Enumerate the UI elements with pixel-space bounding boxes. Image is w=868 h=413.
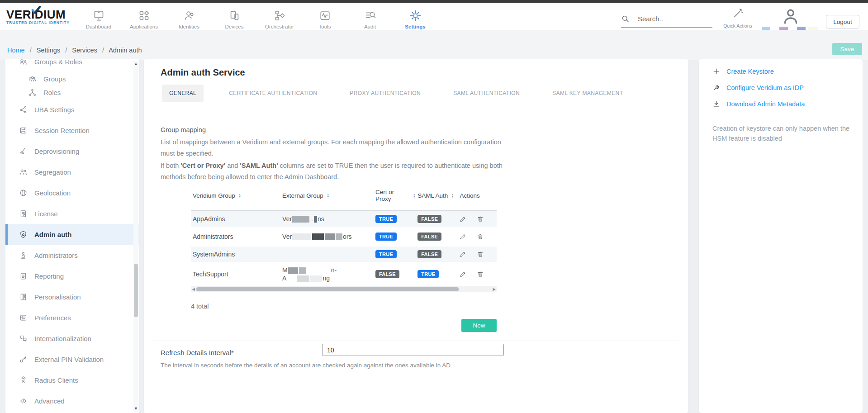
delete-icon[interactable] [477, 251, 484, 258]
breadcrumb-item[interactable]: Settings [37, 47, 60, 54]
tab-saml-key-management[interactable]: SAML KEY MANAGEMENT [545, 85, 630, 102]
settings-gear-icon [409, 9, 422, 22]
nav-label: Devices [225, 24, 244, 29]
nav-label: Identities [179, 24, 199, 29]
sidebar-item-label: Administrators [34, 252, 78, 259]
redaction-block [288, 267, 298, 274]
audit-icon [364, 9, 376, 22]
sort-icon[interactable]: ▲▼ [238, 193, 241, 198]
new-mapping-button[interactable]: New [461, 319, 497, 332]
nav-item-orchestrator[interactable]: Orchestrator [257, 5, 302, 33]
save-button[interactable]: Save [832, 43, 862, 55]
sliders-icon [19, 313, 28, 322]
cert-or-proxy-badge: TRUE [375, 215, 397, 223]
sidebar-item-label: Groups & Roles [34, 59, 82, 66]
edit-icon[interactable] [460, 271, 467, 278]
sidebar-item-deprovisioning[interactable]: Deprovisioning [5, 141, 139, 161]
configure-veridium-idp-link[interactable]: Configure Veridium as IDP [712, 84, 804, 91]
keystore-note: Creation of keystore can only happen whe… [712, 123, 854, 143]
delete-icon[interactable] [477, 271, 484, 278]
logout-button[interactable]: Logout [826, 15, 859, 28]
sidebar-item-uba-settings[interactable]: UBA Settings [5, 99, 139, 120]
nav-item-devices[interactable]: Devices [212, 5, 257, 33]
sidebar-item-session-retention[interactable]: Session Retention [5, 120, 139, 141]
edit-icon[interactable] [460, 251, 467, 258]
breadcrumb: Home / Settings / Services / Admin auth [7, 47, 142, 54]
user-avatar-icon[interactable] [782, 7, 800, 25]
sidebar-item-groups[interactable]: Groups [5, 72, 139, 85]
quick-actions[interactable]: Quick Actions [723, 8, 753, 28]
code-icon [19, 397, 28, 405]
sidebar-item-advanced[interactable]: Advanced [5, 390, 139, 411]
tab-bar: GENERAL CERTIFICATE AUTHENTICATION PROXY… [162, 85, 648, 102]
nav-item-identities[interactable]: Identities [166, 5, 212, 33]
nav-label: Dashboard [86, 24, 111, 29]
sidebar-item-label: Segregation [34, 168, 71, 176]
refresh-interval-label: Refresh Details Interval* [161, 349, 234, 356]
sidebar-item-license[interactable]: License [5, 203, 139, 224]
table-header: Veridium Group▲▼ External Group▲▼ Cert o… [191, 186, 497, 204]
applications-icon [138, 9, 150, 22]
scroll-down-arrow[interactable]: ▼ [133, 406, 138, 411]
section-divider [153, 341, 679, 341]
network-icon [19, 105, 28, 114]
redaction-block [336, 233, 342, 240]
redaction-block [325, 233, 335, 240]
tab-proxy-authentication[interactable]: PROXY AUTHENTICATION [342, 85, 428, 102]
sidebar-item-external-pin-validation[interactable]: External PIN Validation [5, 349, 139, 370]
group-icon [28, 75, 37, 83]
nav-item-dashboard[interactable]: Dashboard [76, 5, 121, 33]
sidebar-item-personalisation[interactable]: Personalisation [5, 286, 139, 307]
magic-wand-icon [732, 8, 744, 19]
delete-icon[interactable] [477, 233, 484, 240]
people-icon [19, 59, 28, 66]
sidebar-item-reporting[interactable]: Reporting [5, 266, 139, 286]
breadcrumb-item[interactable]: Services [72, 47, 97, 54]
veridium-group-cell: Administrators [191, 233, 280, 240]
book-pen-icon [19, 293, 28, 301]
nav-item-tools[interactable]: Tools [302, 5, 347, 33]
sidebar-list: Groups & Roles Groups Roles UBA Settings… [5, 59, 139, 411]
nav-item-applications[interactable]: Applications [121, 5, 166, 33]
scroll-left-arrow[interactable]: ◀ [191, 287, 196, 291]
create-keystore-link[interactable]: Create Keystore [712, 67, 774, 75]
delete-icon[interactable] [477, 215, 484, 223]
nav-item-audit[interactable]: Audit [347, 5, 393, 33]
nav-item-settings[interactable]: Settings [393, 5, 438, 33]
radius-client-icon [19, 376, 28, 385]
scroll-right-arrow[interactable]: ▶ [492, 287, 497, 291]
sidebar-item-radius-clients[interactable]: Radius Clients [5, 370, 139, 390]
refresh-interval-input[interactable] [322, 344, 504, 356]
link-label: Download Admin Metadata [726, 100, 805, 108]
sidebar-item-geolocation[interactable]: Geolocation [5, 182, 139, 203]
external-group-cell-redacted: Ver..ns [280, 215, 374, 223]
two-people-icon [19, 168, 28, 176]
sidebar-item-segregation[interactable]: Segregation [5, 161, 139, 182]
scrollbar-thumb[interactable] [134, 264, 138, 317]
sort-icon[interactable]: ▲▼ [327, 193, 329, 198]
sidebar-item-label: Deprovisioning [34, 147, 79, 155]
download-admin-metadata-link[interactable]: Download Admin Metadata [712, 100, 805, 108]
breadcrumb-home-link[interactable]: Home [7, 47, 25, 54]
tab-saml-authentication[interactable]: SAML AUTHENTICATION [446, 85, 527, 102]
edit-icon[interactable] [460, 215, 467, 223]
sidebar-item-roles[interactable]: Roles [5, 85, 139, 99]
sort-icon[interactable]: ▲▼ [451, 193, 454, 198]
veridium-logo: VERIDIUM TRUSTED DIGITAL IDENTITY [6, 9, 83, 25]
tab-certificate-authentication[interactable]: CERTIFICATE AUTHENTICATION [222, 85, 324, 102]
sidebar-item-preferences[interactable]: Preferences [5, 307, 139, 328]
sidebar-item-admin-auth[interactable]: Admin auth [5, 224, 139, 245]
table-row: Administrators Verors TRUE FALSE [191, 229, 497, 244]
sidebar-item-label: Admin auth [34, 231, 72, 238]
sidebar-item-internationalization[interactable]: Internationalization [5, 328, 139, 349]
sidebar-item-groups-roles[interactable]: Groups & Roles [5, 59, 139, 72]
sidebar-item-administrators[interactable]: Administrators [5, 245, 139, 266]
scroll-up-arrow[interactable]: ▲ [133, 62, 138, 66]
table-row: AppAdmins Ver..ns TRUE FALSE [191, 211, 497, 227]
search-input[interactable] [637, 14, 707, 23]
tab-general[interactable]: GENERAL [162, 85, 204, 102]
scrollbar-thumb[interactable] [196, 287, 459, 291]
veridium-group-cell: SystemAdmins [191, 251, 280, 258]
edit-icon[interactable] [460, 233, 467, 240]
sidebar-item-label: License [34, 210, 58, 218]
